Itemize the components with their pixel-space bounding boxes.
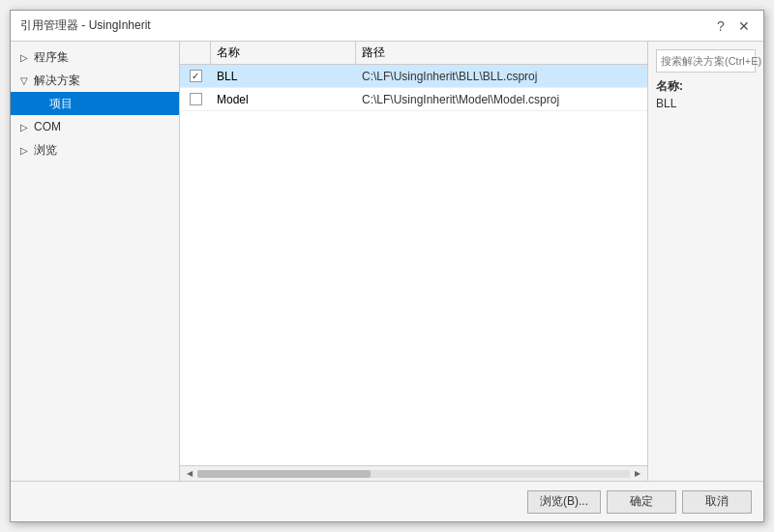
info-panel: 🔍 名称: BLL <box>647 42 763 481</box>
expand-icon-solution: ▽ <box>18 74 30 86</box>
checkbox-1[interactable] <box>190 70 202 82</box>
ok-button[interactable]: 确定 <box>607 490 676 514</box>
sidebar-label-solution: 解决方案 <box>34 73 80 89</box>
sidebar-label-projects: 项目 <box>49 96 73 112</box>
scrollbar-track[interactable] <box>197 470 630 478</box>
td-check-1[interactable] <box>180 70 211 82</box>
expand-icon-projects <box>34 98 45 109</box>
scroll-left-arrow[interactable]: ◀ <box>182 466 197 482</box>
sidebar-item-assemblies[interactable]: ▷ 程序集 <box>11 45 179 69</box>
sidebar-item-browse[interactable]: ▷ 浏览 <box>11 138 179 162</box>
sidebar-item-com[interactable]: ▷ COM <box>11 115 179 138</box>
table-header: 名称 路径 <box>180 42 647 65</box>
close-button[interactable]: ✕ <box>734 16 754 36</box>
table-row[interactable]: BLL C:\LF\UsingInherit\BLL\BLL.csproj <box>180 65 647 88</box>
scrollbar-thumb[interactable] <box>197 470 371 478</box>
table-row[interactable]: Model C:\LF\UsingInherit\Model\Model.csp… <box>180 88 647 111</box>
info-name-label: 名称: <box>656 78 756 95</box>
sidebar-item-projects[interactable]: 项目 <box>11 92 179 115</box>
expand-icon-assemblies: ▷ <box>18 51 30 63</box>
sidebar: ▷ 程序集 ▽ 解决方案 项目 ▷ COM ▷ 浏览 <box>11 42 180 481</box>
table-area: 名称 路径 BLL C:\LF\UsingInherit\BLL\BLL.csp… <box>180 42 647 481</box>
th-name: 名称 <box>211 42 356 64</box>
expand-icon-browse: ▷ <box>18 144 30 156</box>
title-bar-buttons: ? ✕ <box>711 16 754 36</box>
th-path: 路径 <box>356 42 647 64</box>
td-path-2: C:\LF\UsingInherit\Model\Model.csproj <box>356 93 647 106</box>
table-body: BLL C:\LF\UsingInherit\BLL\BLL.csproj Mo… <box>180 65 647 465</box>
td-name-1: BLL <box>211 70 356 83</box>
browse-button[interactable]: 浏览(B)... <box>527 490 601 514</box>
sidebar-label-com: COM <box>34 120 61 133</box>
td-check-2[interactable] <box>180 93 211 105</box>
search-input[interactable] <box>661 55 763 67</box>
content-area: ▷ 程序集 ▽ 解决方案 项目 ▷ COM ▷ 浏览 <box>11 42 763 481</box>
td-name-2: Model <box>211 93 356 106</box>
cancel-button[interactable]: 取消 <box>682 490 752 514</box>
th-checkbox <box>180 42 211 64</box>
search-bar[interactable]: 🔍 <box>656 49 756 73</box>
scroll-right-arrow[interactable]: ▶ <box>630 466 645 482</box>
checkbox-2[interactable] <box>190 93 202 105</box>
info-name-value: BLL <box>656 97 756 110</box>
dialog-title: 引用管理器 - UsingInherit <box>20 17 151 34</box>
horizontal-scrollbar[interactable]: ◀ ▶ <box>180 465 647 481</box>
help-button[interactable]: ? <box>711 16 730 36</box>
sidebar-item-solution[interactable]: ▽ 解决方案 <box>11 69 179 92</box>
title-bar: 引用管理器 - UsingInherit ? ✕ <box>11 11 763 42</box>
expand-icon-com: ▷ <box>18 121 30 133</box>
dialog: 引用管理器 - UsingInherit ? ✕ ▷ 程序集 ▽ 解决方案 项目… <box>10 10 764 522</box>
sidebar-label-browse: 浏览 <box>34 142 57 159</box>
sidebar-label-assemblies: 程序集 <box>34 49 69 66</box>
footer: 浏览(B)... 确定 取消 <box>11 481 763 521</box>
td-path-1: C:\LF\UsingInherit\BLL\BLL.csproj <box>356 70 647 83</box>
main-panel: 名称 路径 BLL C:\LF\UsingInherit\BLL\BLL.csp… <box>180 42 647 481</box>
